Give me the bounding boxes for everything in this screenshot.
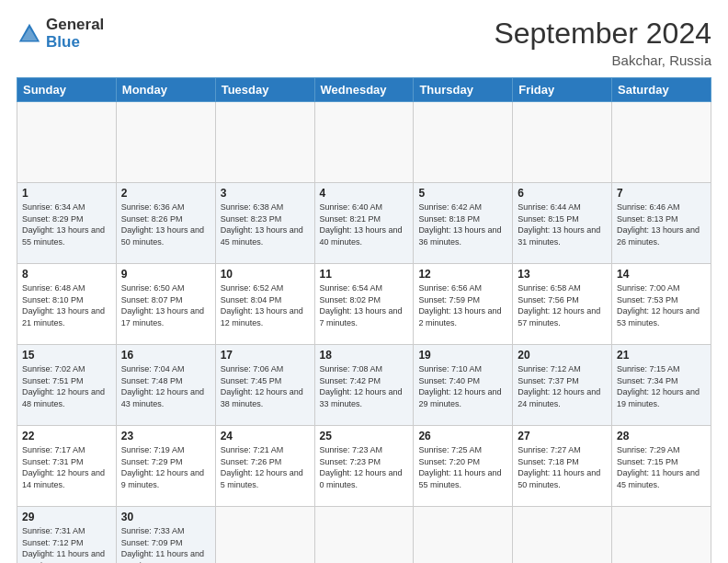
header-day-monday: Monday	[116, 78, 215, 102]
logo-text: General Blue	[46, 17, 104, 51]
logo: General Blue	[17, 17, 104, 51]
day-number: 6	[518, 187, 607, 200]
day-number: 25	[320, 430, 409, 442]
calendar-cell: 30 Sunrise: 7:33 AMSunset: 7:09 PMDaylig…	[116, 507, 215, 564]
calendar-cell: 29 Sunrise: 7:31 AMSunset: 7:12 PMDaylig…	[17, 507, 117, 564]
page: General Blue September 2024 Bakchar, Rus…	[0, 0, 728, 563]
cell-info: Sunrise: 7:06 AMSunset: 7:45 PMDaylight:…	[221, 364, 303, 408]
week-row-2: 1 Sunrise: 6:34 AMSunset: 8:29 PMDayligh…	[17, 183, 711, 264]
day-number: 16	[121, 349, 210, 362]
calendar-cell: 25 Sunrise: 7:23 AMSunset: 7:23 PMDaylig…	[314, 426, 414, 507]
cell-info: Sunrise: 7:19 AMSunset: 7:29 PMDaylight:…	[121, 445, 204, 489]
week-row-5: 22 Sunrise: 7:17 AMSunset: 7:31 PMDaylig…	[17, 426, 711, 507]
calendar-cell: 13 Sunrise: 6:58 AMSunset: 7:56 PMDaylig…	[513, 264, 612, 345]
cell-info: Sunrise: 6:38 AMSunset: 8:23 PMDaylight:…	[221, 202, 303, 247]
week-row-6: 29 Sunrise: 7:31 AMSunset: 7:12 PMDaylig…	[17, 507, 711, 564]
title-section: September 2024 Bakchar, Russia	[494, 17, 711, 68]
cell-info: Sunrise: 7:17 AMSunset: 7:31 PMDaylight:…	[22, 445, 105, 489]
day-number: 17	[221, 349, 310, 362]
week-row-1	[17, 102, 711, 183]
day-number: 23	[121, 430, 210, 442]
day-number: 11	[320, 268, 409, 281]
calendar-cell: 5 Sunrise: 6:42 AMSunset: 8:18 PMDayligh…	[414, 183, 513, 264]
cell-info: Sunrise: 7:12 AMSunset: 7:37 PMDaylight:…	[518, 364, 600, 408]
calendar-cell	[513, 507, 612, 564]
calendar-cell: 26 Sunrise: 7:25 AMSunset: 7:20 PMDaylig…	[414, 426, 513, 507]
header-day-wednesday: Wednesday	[314, 78, 414, 102]
cell-info: Sunrise: 7:00 AMSunset: 7:53 PMDaylight:…	[617, 283, 700, 327]
calendar-cell: 19 Sunrise: 7:10 AMSunset: 7:40 PMDaylig…	[414, 345, 513, 426]
calendar-cell	[612, 507, 711, 564]
calendar-cell: 22 Sunrise: 7:17 AMSunset: 7:31 PMDaylig…	[17, 426, 117, 507]
calendar-cell: 20 Sunrise: 7:12 AMSunset: 7:37 PMDaylig…	[513, 345, 612, 426]
calendar-cell	[314, 102, 414, 183]
calendar-cell	[314, 507, 414, 564]
cell-info: Sunrise: 7:29 AMSunset: 7:15 PMDaylight:…	[617, 445, 700, 489]
calendar-cell: 14 Sunrise: 7:00 AMSunset: 7:53 PMDaylig…	[612, 264, 711, 345]
day-number: 13	[518, 268, 607, 281]
cell-info: Sunrise: 7:15 AMSunset: 7:34 PMDaylight:…	[617, 364, 700, 408]
day-number: 12	[418, 268, 507, 281]
calendar-cell: 6 Sunrise: 6:44 AMSunset: 8:15 PMDayligh…	[513, 183, 612, 264]
header-row: SundayMondayTuesdayWednesdayThursdayFrid…	[17, 78, 711, 102]
cell-info: Sunrise: 6:36 AMSunset: 8:26 PMDaylight:…	[121, 202, 204, 247]
location-label: Bakchar, Russia	[494, 52, 711, 68]
calendar-cell: 23 Sunrise: 7:19 AMSunset: 7:29 PMDaylig…	[116, 426, 215, 507]
calendar-cell	[513, 102, 612, 183]
day-number: 1	[22, 187, 111, 200]
day-number: 14	[617, 268, 706, 281]
header-day-saturday: Saturday	[612, 78, 711, 102]
calendar-cell	[612, 102, 711, 183]
cell-info: Sunrise: 6:40 AMSunset: 8:21 PMDaylight:…	[320, 202, 403, 247]
calendar-cell: 15 Sunrise: 7:02 AMSunset: 7:51 PMDaylig…	[17, 345, 117, 426]
calendar-cell: 17 Sunrise: 7:06 AMSunset: 7:45 PMDaylig…	[215, 345, 314, 426]
calendar-cell: 3 Sunrise: 6:38 AMSunset: 8:23 PMDayligh…	[215, 183, 314, 264]
cell-info: Sunrise: 7:02 AMSunset: 7:51 PMDaylight:…	[22, 364, 105, 408]
calendar-cell: 1 Sunrise: 6:34 AMSunset: 8:29 PMDayligh…	[17, 183, 117, 264]
day-number: 10	[221, 268, 310, 281]
cell-info: Sunrise: 6:50 AMSunset: 8:07 PMDaylight:…	[121, 283, 204, 327]
calendar-cell: 12 Sunrise: 6:56 AMSunset: 7:59 PMDaylig…	[414, 264, 513, 345]
cell-info: Sunrise: 6:48 AMSunset: 8:10 PMDaylight:…	[22, 283, 105, 327]
calendar-cell: 16 Sunrise: 7:04 AMSunset: 7:48 PMDaylig…	[116, 345, 215, 426]
calendar-cell	[414, 102, 513, 183]
cell-info: Sunrise: 6:34 AMSunset: 8:29 PMDaylight:…	[22, 202, 105, 247]
header-day-sunday: Sunday	[17, 78, 117, 102]
logo-icon	[17, 21, 42, 47]
cell-info: Sunrise: 6:58 AMSunset: 7:56 PMDaylight:…	[518, 283, 600, 327]
day-number: 26	[418, 430, 507, 442]
day-number: 28	[617, 430, 706, 442]
calendar-cell	[116, 102, 215, 183]
week-row-3: 8 Sunrise: 6:48 AMSunset: 8:10 PMDayligh…	[17, 264, 711, 345]
day-number: 19	[418, 349, 507, 362]
cell-info: Sunrise: 7:10 AMSunset: 7:40 PMDaylight:…	[418, 364, 501, 408]
day-number: 3	[221, 187, 310, 200]
cell-info: Sunrise: 6:54 AMSunset: 8:02 PMDaylight:…	[320, 283, 403, 327]
calendar-cell: 18 Sunrise: 7:08 AMSunset: 7:42 PMDaylig…	[314, 345, 414, 426]
calendar-cell	[215, 102, 314, 183]
cell-info: Sunrise: 6:44 AMSunset: 8:15 PMDaylight:…	[518, 202, 600, 247]
logo-blue: Blue	[46, 34, 104, 52]
day-number: 30	[121, 511, 210, 523]
header-day-friday: Friday	[513, 78, 612, 102]
day-number: 9	[121, 268, 210, 281]
calendar-cell: 2 Sunrise: 6:36 AMSunset: 8:26 PMDayligh…	[116, 183, 215, 264]
header-day-tuesday: Tuesday	[215, 78, 314, 102]
logo-general: General	[46, 17, 104, 34]
cell-info: Sunrise: 7:31 AMSunset: 7:12 PMDaylight:…	[22, 526, 105, 563]
calendar-cell: 21 Sunrise: 7:15 AMSunset: 7:34 PMDaylig…	[612, 345, 711, 426]
top-section: General Blue September 2024 Bakchar, Rus…	[17, 17, 711, 68]
day-number: 20	[518, 349, 607, 362]
cell-info: Sunrise: 7:25 AMSunset: 7:20 PMDaylight:…	[418, 445, 501, 489]
cell-info: Sunrise: 6:52 AMSunset: 8:04 PMDaylight:…	[221, 283, 303, 327]
cell-info: Sunrise: 7:33 AMSunset: 7:09 PMDaylight:…	[121, 526, 204, 563]
week-row-4: 15 Sunrise: 7:02 AMSunset: 7:51 PMDaylig…	[17, 345, 711, 426]
day-number: 21	[617, 349, 706, 362]
day-number: 27	[518, 430, 607, 442]
calendar-cell: 9 Sunrise: 6:50 AMSunset: 8:07 PMDayligh…	[116, 264, 215, 345]
calendar-cell: 24 Sunrise: 7:21 AMSunset: 7:26 PMDaylig…	[215, 426, 314, 507]
calendar-cell: 28 Sunrise: 7:29 AMSunset: 7:15 PMDaylig…	[612, 426, 711, 507]
day-number: 15	[22, 349, 111, 362]
calendar-cell: 11 Sunrise: 6:54 AMSunset: 8:02 PMDaylig…	[314, 264, 414, 345]
day-number: 29	[22, 511, 111, 523]
